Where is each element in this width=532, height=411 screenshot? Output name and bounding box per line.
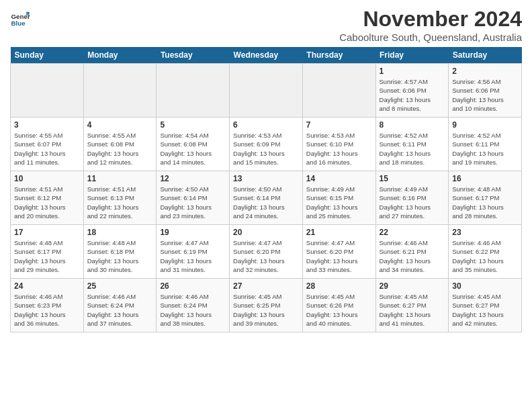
day-info: Sunrise: 4:46 AM Sunset: 6:24 PM Dayligh… xyxy=(87,292,153,328)
calendar-week-row: 1Sunrise: 4:57 AM Sunset: 6:06 PM Daylig… xyxy=(11,64,522,118)
calendar-cell xyxy=(11,64,84,118)
calendar-cell: 22Sunrise: 4:46 AM Sunset: 6:21 PM Dayli… xyxy=(375,225,449,279)
weekday-header-saturday: Saturday xyxy=(449,47,522,64)
day-info: Sunrise: 4:46 AM Sunset: 6:21 PM Dayligh… xyxy=(380,238,445,274)
day-number: 19 xyxy=(160,228,226,237)
day-info: Sunrise: 4:47 AM Sunset: 6:19 PM Dayligh… xyxy=(160,238,226,274)
weekday-header-row: SundayMondayTuesdayWednesdayThursdayFrid… xyxy=(11,47,522,64)
day-number: 14 xyxy=(306,174,372,183)
calendar-cell: 3Sunrise: 4:55 AM Sunset: 6:07 PM Daylig… xyxy=(11,118,84,171)
calendar-cell: 11Sunrise: 4:51 AM Sunset: 6:13 PM Dayli… xyxy=(83,171,157,225)
calendar-week-row: 17Sunrise: 4:48 AM Sunset: 6:17 PM Dayli… xyxy=(11,225,522,279)
day-number: 2 xyxy=(452,66,518,76)
day-info: Sunrise: 4:55 AM Sunset: 6:08 PM Dayligh… xyxy=(87,131,153,167)
day-info: Sunrise: 4:52 AM Sunset: 6:11 PM Dayligh… xyxy=(452,131,518,167)
day-number: 11 xyxy=(87,174,153,183)
day-info: Sunrise: 4:46 AM Sunset: 6:24 PM Dayligh… xyxy=(160,292,226,328)
day-info: Sunrise: 4:52 AM Sunset: 6:11 PM Dayligh… xyxy=(380,131,445,167)
calendar-cell: 29Sunrise: 4:45 AM Sunset: 6:27 PM Dayli… xyxy=(375,279,449,332)
calendar-cell: 4Sunrise: 4:55 AM Sunset: 6:08 PM Daylig… xyxy=(83,118,157,171)
day-info: Sunrise: 4:53 AM Sunset: 6:09 PM Dayligh… xyxy=(233,131,299,167)
day-number: 4 xyxy=(87,120,153,130)
day-number: 30 xyxy=(452,281,518,291)
day-number: 28 xyxy=(306,281,372,291)
calendar-cell: 16Sunrise: 4:48 AM Sunset: 6:17 PM Dayli… xyxy=(449,171,522,225)
calendar-cell: 21Sunrise: 4:47 AM Sunset: 6:20 PM Dayli… xyxy=(302,225,375,279)
calendar-cell: 20Sunrise: 4:47 AM Sunset: 6:20 PM Dayli… xyxy=(230,225,303,279)
weekday-header-thursday: Thursday xyxy=(302,47,375,64)
calendar-cell: 12Sunrise: 4:50 AM Sunset: 6:14 PM Dayli… xyxy=(157,171,230,225)
calendar-cell: 15Sunrise: 4:49 AM Sunset: 6:16 PM Dayli… xyxy=(375,171,449,225)
calendar-cell: 23Sunrise: 4:46 AM Sunset: 6:22 PM Dayli… xyxy=(449,225,522,279)
calendar-cell xyxy=(157,64,230,118)
day-number: 16 xyxy=(452,174,518,183)
day-number: 27 xyxy=(233,281,299,291)
logo: General Blue xyxy=(10,9,33,30)
day-info: Sunrise: 4:46 AM Sunset: 6:23 PM Dayligh… xyxy=(14,292,80,328)
page: General Blue November 2024 Caboolture So… xyxy=(0,0,532,339)
day-number: 3 xyxy=(14,120,80,130)
calendar-table: SundayMondayTuesdayWednesdayThursdayFrid… xyxy=(10,47,522,332)
day-info: Sunrise: 4:50 AM Sunset: 6:14 PM Dayligh… xyxy=(233,185,299,220)
day-info: Sunrise: 4:53 AM Sunset: 6:10 PM Dayligh… xyxy=(306,131,372,167)
day-info: Sunrise: 4:45 AM Sunset: 6:27 PM Dayligh… xyxy=(452,292,518,328)
day-number: 23 xyxy=(452,228,518,237)
calendar-cell: 9Sunrise: 4:52 AM Sunset: 6:11 PM Daylig… xyxy=(449,118,522,171)
day-number: 1 xyxy=(380,66,445,76)
day-number: 7 xyxy=(306,120,372,130)
calendar-cell: 27Sunrise: 4:45 AM Sunset: 6:25 PM Dayli… xyxy=(230,279,303,332)
calendar-cell xyxy=(83,64,157,118)
day-number: 10 xyxy=(14,174,80,183)
calendar-cell: 1Sunrise: 4:57 AM Sunset: 6:06 PM Daylig… xyxy=(375,64,449,118)
day-number: 5 xyxy=(160,120,226,130)
svg-text:Blue: Blue xyxy=(11,19,26,27)
day-number: 8 xyxy=(380,120,445,130)
day-info: Sunrise: 4:56 AM Sunset: 6:06 PM Dayligh… xyxy=(452,77,518,113)
day-info: Sunrise: 4:47 AM Sunset: 6:20 PM Dayligh… xyxy=(306,238,372,274)
day-number: 21 xyxy=(306,228,372,237)
calendar-cell: 26Sunrise: 4:46 AM Sunset: 6:24 PM Dayli… xyxy=(157,279,230,332)
calendar-cell xyxy=(230,64,303,118)
calendar-cell: 6Sunrise: 4:53 AM Sunset: 6:09 PM Daylig… xyxy=(230,118,303,171)
day-number: 25 xyxy=(87,281,153,291)
weekday-header-sunday: Sunday xyxy=(11,47,84,64)
calendar-cell: 18Sunrise: 4:48 AM Sunset: 6:18 PM Dayli… xyxy=(83,225,157,279)
day-number: 18 xyxy=(87,228,153,237)
day-info: Sunrise: 4:51 AM Sunset: 6:13 PM Dayligh… xyxy=(87,185,153,220)
day-number: 20 xyxy=(233,228,299,237)
day-number: 13 xyxy=(233,174,299,183)
calendar-week-row: 10Sunrise: 4:51 AM Sunset: 6:12 PM Dayli… xyxy=(11,171,522,225)
calendar-cell xyxy=(302,64,375,118)
calendar-week-row: 3Sunrise: 4:55 AM Sunset: 6:07 PM Daylig… xyxy=(11,118,522,171)
calendar-cell: 13Sunrise: 4:50 AM Sunset: 6:14 PM Dayli… xyxy=(230,171,303,225)
calendar-week-row: 24Sunrise: 4:46 AM Sunset: 6:23 PM Dayli… xyxy=(11,279,522,332)
calendar-cell: 5Sunrise: 4:54 AM Sunset: 6:08 PM Daylig… xyxy=(157,118,230,171)
day-number: 24 xyxy=(14,281,80,291)
day-info: Sunrise: 4:45 AM Sunset: 6:26 PM Dayligh… xyxy=(306,292,372,328)
weekday-header-monday: Monday xyxy=(83,47,157,64)
calendar-cell: 30Sunrise: 4:45 AM Sunset: 6:27 PM Dayli… xyxy=(449,279,522,332)
weekday-header-friday: Friday xyxy=(375,47,449,64)
day-info: Sunrise: 4:55 AM Sunset: 6:07 PM Dayligh… xyxy=(14,131,80,167)
calendar-cell: 24Sunrise: 4:46 AM Sunset: 6:23 PM Dayli… xyxy=(11,279,84,332)
day-number: 29 xyxy=(380,281,445,291)
day-info: Sunrise: 4:46 AM Sunset: 6:22 PM Dayligh… xyxy=(452,238,518,274)
day-info: Sunrise: 4:45 AM Sunset: 6:25 PM Dayligh… xyxy=(233,292,299,328)
calendar-cell: 7Sunrise: 4:53 AM Sunset: 6:10 PM Daylig… xyxy=(302,118,375,171)
day-info: Sunrise: 4:57 AM Sunset: 6:06 PM Dayligh… xyxy=(380,77,445,113)
calendar-cell: 25Sunrise: 4:46 AM Sunset: 6:24 PM Dayli… xyxy=(83,279,157,332)
calendar-cell: 2Sunrise: 4:56 AM Sunset: 6:06 PM Daylig… xyxy=(449,64,522,118)
day-info: Sunrise: 4:49 AM Sunset: 6:16 PM Dayligh… xyxy=(380,185,445,220)
day-number: 12 xyxy=(160,174,226,183)
title-block: November 2024 Caboolture South, Queensla… xyxy=(339,7,522,43)
month-title: November 2024 xyxy=(339,7,522,32)
day-number: 9 xyxy=(452,120,518,130)
logo-icon: General Blue xyxy=(10,9,30,30)
weekday-header-wednesday: Wednesday xyxy=(230,47,303,64)
day-number: 15 xyxy=(380,174,445,183)
calendar-cell: 8Sunrise: 4:52 AM Sunset: 6:11 PM Daylig… xyxy=(375,118,449,171)
calendar-cell: 10Sunrise: 4:51 AM Sunset: 6:12 PM Dayli… xyxy=(11,171,84,225)
calendar-cell: 28Sunrise: 4:45 AM Sunset: 6:26 PM Dayli… xyxy=(302,279,375,332)
day-info: Sunrise: 4:45 AM Sunset: 6:27 PM Dayligh… xyxy=(380,292,445,328)
day-info: Sunrise: 4:47 AM Sunset: 6:20 PM Dayligh… xyxy=(233,238,299,274)
